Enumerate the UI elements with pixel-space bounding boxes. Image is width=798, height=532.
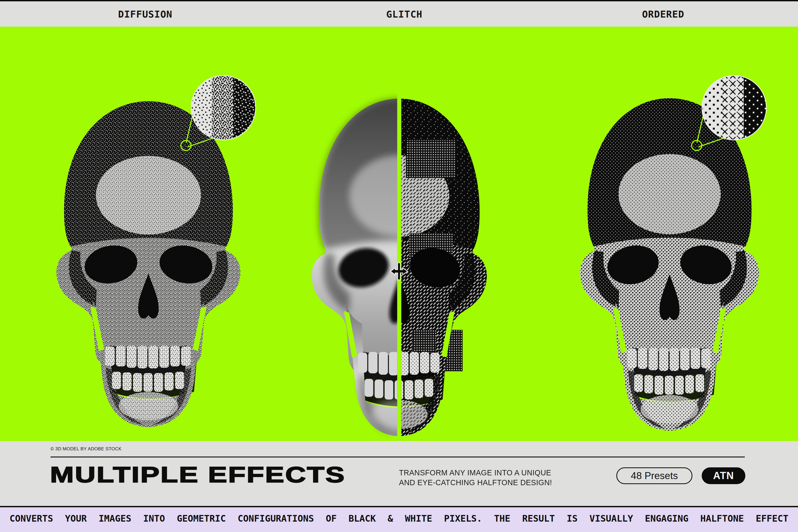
presets-count-button[interactable]: 48 Presets xyxy=(616,467,692,484)
divider-rule xyxy=(51,456,745,457)
subtitle: TRANSFORM ANY IMAGE INTO A UNIQUE AND EY… xyxy=(399,468,552,487)
atn-format-button[interactable]: ATN xyxy=(702,467,745,484)
ordered-zoom-loupe-icon xyxy=(689,72,774,157)
model-credit: © 3D MODEL BY ADOBE STOCK xyxy=(51,446,121,452)
page-title: MULTIPLE EFFECTS xyxy=(50,464,345,485)
stage xyxy=(0,26,798,441)
halftone-presets-promo: { "colors": { "accent_green": "#A1FB03",… xyxy=(0,0,798,532)
drag-cursor-icon[interactable] xyxy=(390,262,408,281)
label-glitch: GLITCH xyxy=(386,8,422,19)
subtitle-line-2: AND EYE-CATCHING HALFTONE DESIGN! xyxy=(399,477,552,487)
footer-section: © 3D MODEL BY ADOBE STOCK MULTIPLE EFFEC… xyxy=(0,441,798,506)
diffusion-zoom-loupe-icon xyxy=(178,72,263,157)
ticker-bar: CONVERTS YOUR IMAGES INTO GEOMETRIC CONF… xyxy=(0,506,798,532)
header-bar: DIFFUSION GLITCH ORDERED xyxy=(0,1,798,26)
subtitle-line-1: TRANSFORM ANY IMAGE INTO A UNIQUE xyxy=(399,468,552,477)
ticker-text: CONVERTS YOUR IMAGES INTO GEOMETRIC CONF… xyxy=(0,513,798,524)
label-diffusion: DIFFUSION xyxy=(118,8,172,19)
label-ordered: ORDERED xyxy=(642,8,684,19)
